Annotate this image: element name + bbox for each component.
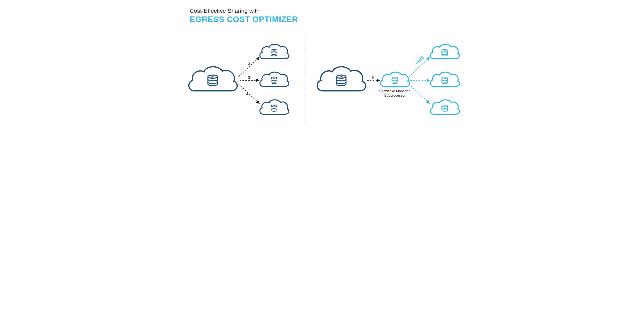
arrow-left-3 [239,84,259,103]
cloud-source-right-icon [317,67,366,91]
cloud-target-left-3-icon [260,100,289,114]
cost-label-right: $ [372,75,374,80]
cloud-subprocessor-icon [381,72,410,87]
subprocessor-label-line2: Subprocessor [384,94,406,97]
cloud-target-left-2-icon [260,72,289,87]
cloud-target-right-1-icon [430,44,460,59]
cloud-source-left-icon [189,67,237,91]
subprocessor-label-line1: Snowflake Managed [379,89,410,93]
cost-label-left-3: $ [246,91,248,96]
diagram-svg [174,0,470,142]
cloud-target-left-1-icon [260,44,289,59]
arrow-left-1 [239,57,259,77]
diagram-canvas: Cost-Effective Sharing with EGRESS COST … [174,0,470,142]
subprocessor-label: Snowflake Managed Subprocessor [378,89,411,98]
cloud-target-right-2-icon [430,72,460,87]
cost-label-left-1: $ [248,61,250,66]
cloud-target-right-3-icon [430,100,460,114]
cost-label-left-2: $ [248,75,250,80]
arrow-sub-3 [409,84,429,103]
